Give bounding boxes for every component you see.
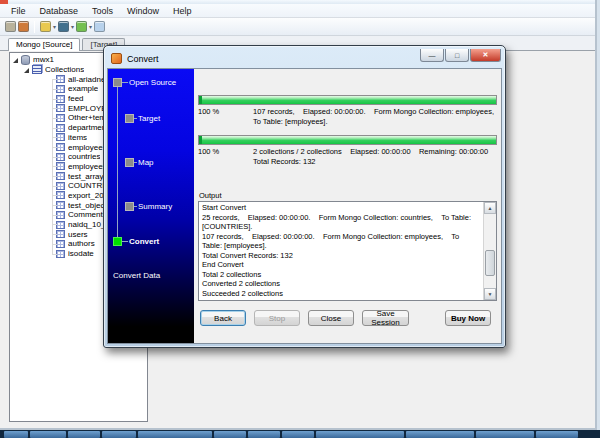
taskbar-button[interactable] [214, 431, 246, 438]
output-scrollbar[interactable]: ▲ ▼ [483, 202, 496, 300]
table-icon [56, 75, 65, 83]
expander-icon[interactable] [24, 68, 29, 73]
step-target: Target [125, 113, 160, 123]
tree-item-label: employees [68, 162, 107, 171]
table-icon [56, 85, 65, 93]
collections-icon [32, 65, 42, 74]
scrollbar-thumb[interactable] [485, 250, 495, 276]
step-connector [134, 162, 137, 163]
output-box[interactable]: Start Convert25 records, Elapsed: 00:00:… [198, 201, 497, 301]
output-line: Converted 2 collections [202, 279, 481, 289]
refresh-database-button[interactable] [18, 21, 29, 32]
convert-main-panel: 100 % 107 records, Elapsed: 00:00:00. Fo… [194, 69, 501, 343]
taskbar-button[interactable] [406, 431, 474, 438]
dialog-buttons: Back Stop Close Save Session Buy Now [198, 310, 497, 326]
table-icon [56, 124, 65, 132]
table-icon [56, 230, 65, 238]
step-marker [113, 237, 122, 246]
scroll-up-icon: ▲ [488, 205, 493, 211]
taskbar-button[interactable] [536, 431, 578, 438]
tree-item-label: Comments [68, 210, 107, 219]
step-label: Convert [129, 237, 159, 246]
collection-progress-row: 100 % 107 records, Elapsed: 00:00:00. Fo… [198, 106, 497, 132]
menu-item-help[interactable]: Help [166, 6, 199, 16]
taskbar-button[interactable] [4, 431, 28, 438]
session-icon [76, 21, 87, 32]
step-label: Open Source [129, 78, 176, 87]
expander-icon[interactable] [13, 58, 18, 63]
output-line: Failed (partly) 0 collections [202, 298, 481, 301]
convert-data-label: Convert Data [113, 271, 160, 280]
table-grid-button[interactable] [94, 21, 105, 32]
save-session-button[interactable]: Save Session [362, 310, 409, 326]
table-icon [56, 172, 65, 180]
taskbar-button[interactable] [68, 431, 100, 438]
session-button[interactable]: ▾ [76, 21, 92, 32]
toolbar: ▾▾▾ [0, 18, 595, 36]
total-progress-percent: 100 % [198, 146, 253, 172]
taskbar-button[interactable] [316, 431, 404, 438]
dialog-titlebar[interactable]: Convert — □ ✕ [107, 49, 502, 68]
table-icon [56, 162, 65, 170]
dialog-title: Convert [127, 54, 159, 64]
output-label: Output [199, 191, 497, 200]
taskbar-button[interactable] [102, 431, 136, 438]
collection-progress-text: 107 records, Elapsed: 00:00:00. Form Mon… [253, 106, 497, 132]
menu-item-window[interactable]: Window [120, 6, 166, 16]
step-connector [122, 241, 128, 242]
table-icon [56, 143, 65, 151]
output-line: Total Convert Records: 132 [202, 251, 481, 261]
maximize-button[interactable]: □ [445, 49, 469, 62]
table-icon [56, 153, 65, 161]
taskbar-button[interactable] [138, 431, 212, 438]
step-connector [134, 206, 137, 207]
table-icon [56, 211, 65, 219]
close-action-button[interactable]: Close [308, 310, 354, 326]
step-marker [125, 114, 134, 123]
table-icon [56, 182, 65, 190]
target-database-button[interactable]: ▾ [58, 21, 74, 32]
menu-bar: FileDatabaseToolsWindowHelp [0, 4, 595, 18]
tree-root-label: mwx1 [33, 55, 54, 64]
dropdown-arrow-icon[interactable]: ▾ [71, 23, 74, 30]
step-label: Map [138, 158, 154, 167]
scroll-up-button[interactable]: ▲ [484, 202, 496, 214]
tree-item-label: isodate [68, 249, 94, 258]
step-marker [113, 78, 122, 87]
convert-dialog: Convert — □ ✕ Open SourceTargetMapSummar… [103, 45, 506, 348]
bulb-button[interactable] [5, 21, 16, 32]
dropdown-arrow-icon[interactable]: ▾ [53, 23, 56, 30]
scroll-down-icon: ▼ [488, 291, 493, 297]
tab-mongo-source[interactable]: Mongo [Source] [8, 38, 80, 50]
total-progress-bar [198, 135, 497, 145]
stop-button[interactable]: Stop [254, 310, 300, 326]
taskbar-button[interactable] [282, 431, 314, 438]
taskbar-button[interactable] [30, 431, 66, 438]
close-button[interactable]: ✕ [470, 49, 501, 62]
scroll-down-button[interactable]: ▼ [484, 288, 496, 300]
menu-item-database[interactable]: Database [33, 6, 86, 16]
taskbar[interactable] [0, 430, 600, 438]
table-icon [56, 95, 65, 103]
bulb-icon [5, 21, 16, 32]
toolbar-separator [34, 21, 35, 33]
buy-now-button[interactable]: Buy Now [445, 310, 491, 326]
database-icon [21, 55, 30, 65]
output-line: 25 records, Elapsed: 00:00:00. Form Mong… [202, 213, 481, 232]
table-icon [56, 250, 65, 258]
taskbar-button[interactable] [248, 431, 280, 438]
wizard-steps-panel: Open SourceTargetMapSummaryConvert Conve… [108, 69, 194, 343]
menu-item-tools[interactable]: Tools [85, 6, 120, 16]
dropdown-arrow-icon[interactable]: ▾ [89, 23, 92, 30]
tree-item-label: countries [68, 152, 100, 161]
taskbar-button[interactable] [476, 431, 534, 438]
tree-item-label: feed [68, 94, 84, 103]
convert-dialog-icon [111, 53, 122, 64]
back-button[interactable]: Back [200, 310, 246, 326]
source-database-button[interactable]: ▾ [40, 21, 56, 32]
table-grid-icon [94, 21, 105, 32]
menu-item-file[interactable]: File [4, 6, 33, 16]
tree-item-label: authors [68, 239, 95, 248]
minimize-button[interactable]: — [420, 49, 444, 62]
step-convert: Convert [113, 236, 159, 246]
